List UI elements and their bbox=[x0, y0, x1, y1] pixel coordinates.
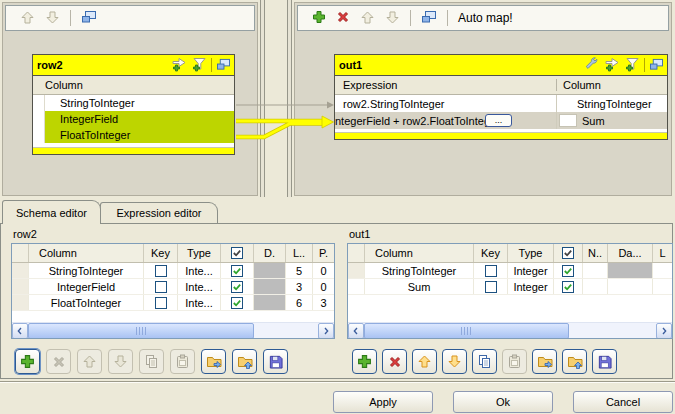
filter-icon[interactable] bbox=[191, 56, 207, 74]
apply-button[interactable]: Apply bbox=[333, 391, 433, 413]
add-column-button[interactable] bbox=[15, 349, 40, 374]
row-header-cell[interactable] bbox=[12, 295, 29, 310]
key-cell[interactable] bbox=[474, 279, 508, 294]
nullable-checkbox[interactable] bbox=[562, 281, 574, 293]
n-cell[interactable] bbox=[583, 263, 608, 278]
scroll-left-button[interactable] bbox=[12, 323, 28, 339]
minimize-window-icon[interactable] bbox=[649, 58, 664, 73]
column-cell[interactable]: IntegerField bbox=[29, 279, 144, 294]
remove-column-button[interactable] bbox=[46, 349, 71, 374]
import-schema-button[interactable] bbox=[232, 349, 257, 374]
minimize-window-icon[interactable] bbox=[81, 10, 97, 26]
ok-button[interactable]: Ok bbox=[453, 391, 553, 413]
length-cell[interactable]: 3 bbox=[286, 279, 313, 294]
length-header[interactable]: L bbox=[653, 244, 672, 262]
scroll-thumb[interactable] bbox=[364, 323, 569, 339]
expression-builder-button[interactable]: ... bbox=[485, 114, 512, 127]
add-column-button[interactable] bbox=[352, 349, 377, 374]
tab-schema-editor[interactable]: Schema editor bbox=[2, 200, 101, 224]
nullable-checkbox[interactable] bbox=[231, 297, 243, 309]
export-schema-button[interactable] bbox=[201, 349, 226, 374]
input-table-titlebar[interactable]: row2 bbox=[33, 55, 234, 76]
column-cell[interactable]: StringToInteger bbox=[365, 263, 474, 278]
nullable-check-header[interactable] bbox=[554, 244, 583, 262]
key-cell[interactable] bbox=[144, 279, 178, 294]
output-column-cell[interactable]: StringToInteger bbox=[557, 95, 667, 112]
add-entry-icon[interactable] bbox=[603, 56, 620, 74]
remove-column-button[interactable] bbox=[382, 349, 407, 374]
nullable-cell[interactable] bbox=[221, 279, 254, 294]
output-row-stringtointeger[interactable]: row2.StringToInteger StringToInteger bbox=[335, 95, 667, 112]
nullable-checkbox[interactable] bbox=[231, 281, 243, 293]
move-up-icon[interactable] bbox=[360, 10, 375, 27]
key-checkbox[interactable] bbox=[155, 265, 167, 277]
type-cell[interactable]: Inte... bbox=[178, 295, 221, 310]
length-cell[interactable] bbox=[653, 263, 672, 278]
length-cell[interactable] bbox=[653, 279, 672, 294]
row-header-cell[interactable] bbox=[348, 263, 365, 278]
precision-header[interactable]: P. bbox=[313, 244, 334, 262]
move-up-icon[interactable] bbox=[20, 10, 35, 27]
save-schema-button[interactable] bbox=[592, 349, 617, 374]
key-checkbox[interactable] bbox=[485, 265, 497, 277]
scroll-thumb[interactable] bbox=[28, 323, 254, 339]
vertical-sash[interactable] bbox=[287, 0, 292, 197]
wrench-icon[interactable] bbox=[583, 56, 599, 74]
move-down-icon[interactable] bbox=[385, 10, 400, 27]
length-header[interactable]: L.. bbox=[286, 244, 313, 262]
precision-cell[interactable]: 0 bbox=[313, 279, 334, 294]
move-down-button[interactable] bbox=[442, 349, 467, 374]
type-cell[interactable]: Integer bbox=[508, 279, 554, 294]
select-all-checkbox[interactable] bbox=[231, 247, 243, 259]
move-up-button[interactable] bbox=[412, 349, 437, 374]
schema-row[interactable]: IntegerField Inte... 3 0 bbox=[12, 279, 334, 295]
key-header[interactable]: Key bbox=[144, 244, 178, 262]
copy-button[interactable] bbox=[472, 349, 497, 374]
output-table-titlebar[interactable]: out1 bbox=[335, 55, 667, 76]
nullable-checkbox[interactable] bbox=[562, 265, 574, 277]
move-down-button[interactable] bbox=[108, 349, 133, 374]
nullable-checkbox[interactable] bbox=[231, 265, 243, 277]
export-schema-button[interactable] bbox=[532, 349, 557, 374]
nullable-cell[interactable] bbox=[221, 295, 254, 310]
input-row-floattointeger[interactable]: FloatToInteger bbox=[33, 127, 234, 143]
paste-button[interactable] bbox=[502, 349, 527, 374]
key-cell[interactable] bbox=[144, 263, 178, 278]
select-all-checkbox[interactable] bbox=[562, 247, 574, 259]
h-scrollbar[interactable] bbox=[12, 322, 334, 338]
cancel-button[interactable]: Cancel bbox=[573, 391, 673, 413]
nullable-cell[interactable] bbox=[554, 279, 583, 294]
type-header[interactable]: Type bbox=[178, 244, 221, 262]
tab-expression-editor[interactable]: Expression editor bbox=[100, 202, 218, 223]
type-cell[interactable]: Integer bbox=[508, 263, 554, 278]
key-cell[interactable] bbox=[474, 263, 508, 278]
precision-cell[interactable]: 0 bbox=[313, 263, 334, 278]
scroll-right-button[interactable] bbox=[656, 323, 672, 339]
auto-map-button[interactable]: Auto map! bbox=[458, 11, 513, 25]
length-cell[interactable]: 6 bbox=[286, 295, 313, 310]
key-checkbox[interactable] bbox=[155, 297, 167, 309]
column-header[interactable]: Column bbox=[29, 244, 144, 262]
schema-row[interactable]: StringToInteger Inte... 5 0 bbox=[12, 263, 334, 279]
type-cell[interactable]: Inte... bbox=[178, 279, 221, 294]
row-header-cell[interactable] bbox=[348, 279, 365, 294]
schema-row[interactable]: Sum Integer bbox=[348, 279, 672, 295]
save-schema-button[interactable] bbox=[263, 349, 288, 374]
key-checkbox[interactable] bbox=[485, 281, 497, 293]
vertical-sash[interactable] bbox=[260, 0, 265, 197]
key-cell[interactable] bbox=[144, 295, 178, 310]
nullable-cell[interactable] bbox=[554, 263, 583, 278]
schema-row[interactable]: FloatToInteger Inte... 6 3 bbox=[12, 295, 334, 311]
date-pattern-header[interactable]: D. bbox=[254, 244, 286, 262]
move-down-icon[interactable] bbox=[45, 10, 60, 27]
copy-button[interactable] bbox=[139, 349, 164, 374]
column-cell[interactable]: FloatToInteger bbox=[29, 295, 144, 310]
date-pattern-cell[interactable] bbox=[608, 279, 653, 294]
column-header[interactable]: Column bbox=[365, 244, 474, 262]
input-row-stringtointeger[interactable]: StringToInteger bbox=[33, 95, 234, 111]
nullable-header[interactable]: N.. bbox=[583, 244, 608, 262]
column-cell[interactable]: Sum bbox=[365, 279, 474, 294]
scroll-left-button[interactable] bbox=[348, 323, 364, 339]
nullable-header[interactable] bbox=[221, 244, 254, 262]
cell-editor-box[interactable] bbox=[559, 114, 577, 127]
